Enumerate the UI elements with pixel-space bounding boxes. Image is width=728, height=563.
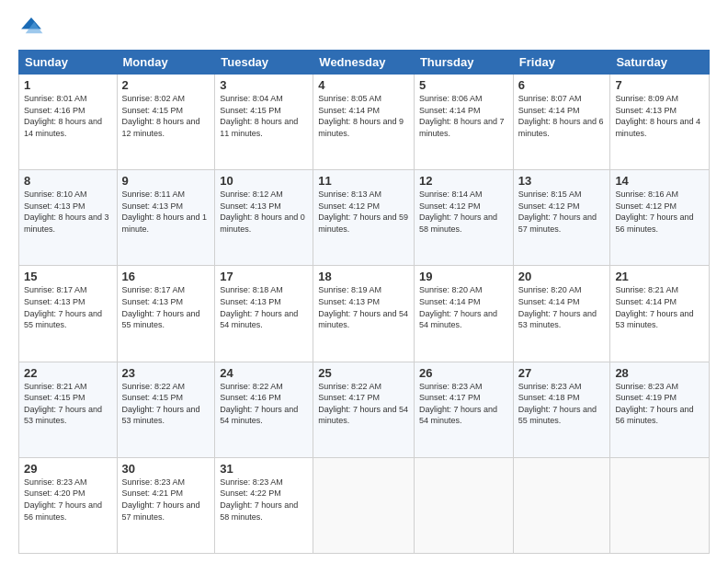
day-number: 14 bbox=[615, 174, 704, 188]
day-info: Sunrise: 8:21 AMSunset: 4:14 PMDaylight:… bbox=[615, 285, 693, 329]
day-number: 26 bbox=[419, 366, 508, 380]
calendar-header-cell: Saturday bbox=[610, 51, 710, 75]
calendar-day-cell: 29Sunrise: 8:23 AMSunset: 4:20 PMDayligh… bbox=[19, 457, 118, 553]
day-number: 9 bbox=[122, 174, 210, 188]
day-number: 11 bbox=[318, 174, 409, 188]
calendar-day-cell: 8Sunrise: 8:10 AMSunset: 4:13 PMDaylight… bbox=[19, 170, 118, 266]
calendar-day-cell: 17Sunrise: 8:18 AMSunset: 4:13 PMDayligh… bbox=[215, 266, 313, 362]
calendar-header-row: SundayMondayTuesdayWednesdayThursdayFrid… bbox=[19, 51, 710, 75]
day-info: Sunrise: 8:17 AMSunset: 4:13 PMDaylight:… bbox=[122, 285, 200, 329]
day-number: 6 bbox=[518, 78, 606, 92]
day-number: 28 bbox=[615, 366, 704, 380]
day-number: 27 bbox=[518, 366, 606, 380]
calendar-day-cell bbox=[414, 457, 513, 553]
day-info: Sunrise: 8:23 AMSunset: 4:19 PMDaylight:… bbox=[615, 382, 693, 426]
calendar-day-cell: 13Sunrise: 8:15 AMSunset: 4:12 PMDayligh… bbox=[513, 170, 610, 266]
calendar-header-cell: Tuesday bbox=[215, 51, 313, 75]
day-number: 18 bbox=[318, 270, 409, 283]
calendar-day-cell: 14Sunrise: 8:16 AMSunset: 4:12 PMDayligh… bbox=[610, 170, 710, 266]
calendar-day-cell: 15Sunrise: 8:17 AMSunset: 4:13 PMDayligh… bbox=[19, 266, 118, 362]
calendar-day-cell: 4Sunrise: 8:05 AMSunset: 4:14 PMDaylight… bbox=[313, 75, 415, 170]
day-number: 13 bbox=[518, 174, 606, 188]
calendar-day-cell: 31Sunrise: 8:23 AMSunset: 4:22 PMDayligh… bbox=[215, 457, 313, 553]
day-number: 5 bbox=[419, 78, 508, 92]
day-info: Sunrise: 8:21 AMSunset: 4:15 PMDaylight:… bbox=[24, 382, 102, 426]
day-number: 4 bbox=[318, 78, 409, 92]
logo bbox=[18, 15, 48, 40]
page: SundayMondayTuesdayWednesdayThursdayFrid… bbox=[0, 0, 728, 563]
day-number: 24 bbox=[220, 366, 308, 380]
calendar-day-cell: 1Sunrise: 8:01 AMSunset: 4:16 PMDaylight… bbox=[19, 75, 118, 170]
day-info: Sunrise: 8:20 AMSunset: 4:14 PMDaylight:… bbox=[419, 285, 497, 329]
day-info: Sunrise: 8:15 AMSunset: 4:12 PMDaylight:… bbox=[518, 190, 597, 234]
calendar-day-cell bbox=[610, 457, 710, 553]
calendar-day-cell: 24Sunrise: 8:22 AMSunset: 4:16 PMDayligh… bbox=[215, 362, 313, 457]
day-info: Sunrise: 8:23 AMSunset: 4:17 PMDaylight:… bbox=[419, 382, 497, 426]
calendar-header-cell: Wednesday bbox=[313, 51, 415, 75]
day-info: Sunrise: 8:10 AMSunset: 4:13 PMDaylight:… bbox=[24, 190, 109, 234]
day-number: 30 bbox=[122, 462, 210, 476]
calendar-day-cell: 2Sunrise: 8:02 AMSunset: 4:15 PMDaylight… bbox=[117, 75, 215, 170]
calendar-day-cell: 28Sunrise: 8:23 AMSunset: 4:19 PMDayligh… bbox=[610, 362, 710, 457]
calendar-day-cell bbox=[513, 457, 610, 553]
calendar-week-row: 1Sunrise: 8:01 AMSunset: 4:16 PMDaylight… bbox=[19, 75, 710, 170]
day-info: Sunrise: 8:22 AMSunset: 4:17 PMDaylight:… bbox=[318, 382, 408, 426]
calendar-week-row: 8Sunrise: 8:10 AMSunset: 4:13 PMDaylight… bbox=[19, 170, 710, 266]
day-number: 2 bbox=[122, 78, 210, 92]
calendar-table: SundayMondayTuesdayWednesdayThursdayFrid… bbox=[18, 50, 710, 554]
day-info: Sunrise: 8:23 AMSunset: 4:21 PMDaylight:… bbox=[122, 477, 200, 522]
day-info: Sunrise: 8:20 AMSunset: 4:14 PMDaylight:… bbox=[518, 285, 597, 329]
day-info: Sunrise: 8:04 AMSunset: 4:15 PMDaylight:… bbox=[220, 94, 298, 138]
day-info: Sunrise: 8:14 AMSunset: 4:12 PMDaylight:… bbox=[419, 190, 497, 234]
day-info: Sunrise: 8:23 AMSunset: 4:22 PMDaylight:… bbox=[220, 477, 298, 522]
day-number: 17 bbox=[220, 270, 308, 283]
day-info: Sunrise: 8:23 AMSunset: 4:20 PMDaylight:… bbox=[24, 477, 102, 522]
day-number: 29 bbox=[24, 462, 112, 476]
day-number: 20 bbox=[518, 270, 606, 283]
calendar-day-cell bbox=[313, 457, 415, 553]
day-info: Sunrise: 8:06 AMSunset: 4:14 PMDaylight:… bbox=[419, 94, 505, 138]
day-info: Sunrise: 8:22 AMSunset: 4:16 PMDaylight:… bbox=[220, 382, 298, 426]
day-number: 10 bbox=[220, 174, 308, 188]
calendar-day-cell: 11Sunrise: 8:13 AMSunset: 4:12 PMDayligh… bbox=[313, 170, 415, 266]
logo-icon bbox=[18, 15, 44, 40]
day-info: Sunrise: 8:07 AMSunset: 4:14 PMDaylight:… bbox=[518, 94, 604, 138]
day-info: Sunrise: 8:12 AMSunset: 4:13 PMDaylight:… bbox=[220, 190, 305, 234]
calendar-day-cell: 16Sunrise: 8:17 AMSunset: 4:13 PMDayligh… bbox=[117, 266, 215, 362]
calendar-day-cell: 19Sunrise: 8:20 AMSunset: 4:14 PMDayligh… bbox=[414, 266, 513, 362]
calendar-day-cell: 3Sunrise: 8:04 AMSunset: 4:15 PMDaylight… bbox=[215, 75, 313, 170]
day-info: Sunrise: 8:18 AMSunset: 4:13 PMDaylight:… bbox=[220, 285, 298, 329]
calendar-day-cell: 7Sunrise: 8:09 AMSunset: 4:13 PMDaylight… bbox=[610, 75, 710, 170]
day-number: 8 bbox=[24, 174, 112, 188]
calendar-week-row: 29Sunrise: 8:23 AMSunset: 4:20 PMDayligh… bbox=[19, 457, 710, 553]
calendar-day-cell: 23Sunrise: 8:22 AMSunset: 4:15 PMDayligh… bbox=[117, 362, 215, 457]
day-number: 22 bbox=[24, 366, 112, 380]
calendar-header-cell: Thursday bbox=[414, 51, 513, 75]
calendar-day-cell: 22Sunrise: 8:21 AMSunset: 4:15 PMDayligh… bbox=[19, 362, 118, 457]
day-info: Sunrise: 8:16 AMSunset: 4:12 PMDaylight:… bbox=[615, 190, 693, 234]
calendar-day-cell: 18Sunrise: 8:19 AMSunset: 4:13 PMDayligh… bbox=[313, 266, 415, 362]
calendar-header-cell: Friday bbox=[513, 51, 610, 75]
day-number: 7 bbox=[615, 78, 704, 92]
day-info: Sunrise: 8:01 AMSunset: 4:16 PMDaylight:… bbox=[24, 94, 102, 138]
calendar-day-cell: 27Sunrise: 8:23 AMSunset: 4:18 PMDayligh… bbox=[513, 362, 610, 457]
calendar-body: 1Sunrise: 8:01 AMSunset: 4:16 PMDaylight… bbox=[19, 75, 710, 554]
day-number: 25 bbox=[318, 366, 409, 380]
calendar-week-row: 22Sunrise: 8:21 AMSunset: 4:15 PMDayligh… bbox=[19, 362, 710, 457]
day-number: 3 bbox=[220, 78, 308, 92]
day-number: 19 bbox=[419, 270, 508, 283]
day-number: 21 bbox=[615, 270, 704, 283]
calendar-day-cell: 10Sunrise: 8:12 AMSunset: 4:13 PMDayligh… bbox=[215, 170, 313, 266]
day-info: Sunrise: 8:17 AMSunset: 4:13 PMDaylight:… bbox=[24, 285, 102, 329]
calendar-header-cell: Sunday bbox=[19, 51, 118, 75]
calendar-day-cell: 12Sunrise: 8:14 AMSunset: 4:12 PMDayligh… bbox=[414, 170, 513, 266]
calendar-day-cell: 6Sunrise: 8:07 AMSunset: 4:14 PMDaylight… bbox=[513, 75, 610, 170]
calendar-day-cell: 5Sunrise: 8:06 AMSunset: 4:14 PMDaylight… bbox=[414, 75, 513, 170]
day-info: Sunrise: 8:05 AMSunset: 4:14 PMDaylight:… bbox=[318, 94, 404, 138]
calendar-header-cell: Monday bbox=[117, 51, 215, 75]
calendar-day-cell: 21Sunrise: 8:21 AMSunset: 4:14 PMDayligh… bbox=[610, 266, 710, 362]
day-number: 23 bbox=[122, 366, 210, 380]
day-number: 12 bbox=[419, 174, 508, 188]
calendar-day-cell: 26Sunrise: 8:23 AMSunset: 4:17 PMDayligh… bbox=[414, 362, 513, 457]
calendar-week-row: 15Sunrise: 8:17 AMSunset: 4:13 PMDayligh… bbox=[19, 266, 710, 362]
